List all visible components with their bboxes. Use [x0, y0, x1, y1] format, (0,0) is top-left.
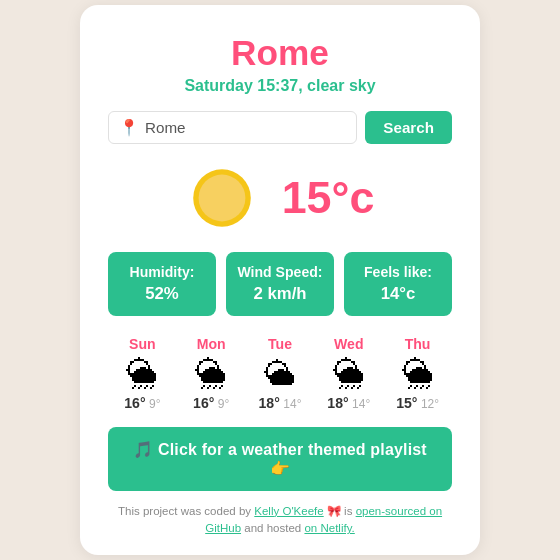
- search-input[interactable]: [145, 119, 346, 136]
- forecast-low: 14°: [283, 397, 301, 411]
- footer-text1: This project was coded by: [118, 505, 254, 517]
- forecast-low: 12°: [421, 397, 439, 411]
- search-input-wrapper: 📍: [108, 111, 357, 144]
- stat-wind: Wind Speed: 2 km/h: [226, 252, 334, 316]
- forecast-weather-icon: 🌦: [108, 356, 177, 393]
- forecast-day: Sun 🌦 16° 9°: [108, 336, 177, 411]
- city-title: Rome: [108, 33, 452, 73]
- forecast-day-name: Sun: [108, 336, 177, 352]
- forecast-day: Mon 🌦 16° 9°: [177, 336, 246, 411]
- weather-card: Rome Saturday 15:37, clear sky 📍 Search …: [80, 5, 480, 556]
- weather-subtitle: Saturday 15:37, clear sky: [108, 77, 452, 95]
- forecast-temps: 18° 14°: [314, 395, 383, 411]
- stat-humidity: Humidity: 52%: [108, 252, 216, 316]
- forecast-low: 14°: [352, 397, 370, 411]
- sun-icon: [186, 162, 258, 234]
- forecast-weather-icon: 🌥: [246, 356, 315, 393]
- forecast-temps: 16° 9°: [108, 395, 177, 411]
- footer-text3: and hosted: [241, 522, 304, 534]
- weather-main: 15°c: [108, 162, 452, 234]
- forecast-temps: 16° 9°: [177, 395, 246, 411]
- svg-point-1: [198, 174, 245, 221]
- footer-author-link[interactable]: Kelly O'Keefe: [254, 505, 323, 517]
- stats-row: Humidity: 52% Wind Speed: 2 km/h Feels l…: [108, 252, 452, 316]
- forecast-day-name: Mon: [177, 336, 246, 352]
- footer: This project was coded by Kelly O'Keefe …: [108, 503, 452, 538]
- humidity-value: 52%: [114, 284, 210, 304]
- search-button[interactable]: Search: [365, 111, 452, 144]
- forecast-high: 18°: [327, 395, 348, 411]
- forecast-weather-icon: 🌦: [177, 356, 246, 393]
- forecast-low: 9°: [149, 397, 160, 411]
- forecast-temps: 15° 12°: [383, 395, 452, 411]
- feels-value: 14°c: [350, 284, 446, 304]
- forecast-weather-icon: 🌦: [314, 356, 383, 393]
- forecast-low: 9°: [218, 397, 229, 411]
- stat-feels: Feels like: 14°c: [344, 252, 452, 316]
- forecast-high: 16°: [193, 395, 214, 411]
- forecast-day: Wed 🌦 18° 14°: [314, 336, 383, 411]
- footer-text2: 🎀 is: [324, 505, 356, 517]
- playlist-button[interactable]: 🎵 Click for a weather themed playlist 👉: [108, 427, 452, 491]
- feels-label: Feels like:: [350, 264, 446, 280]
- forecast-temps: 18° 14°: [246, 395, 315, 411]
- forecast-day: Thu 🌦 15° 12°: [383, 336, 452, 411]
- wind-value: 2 km/h: [232, 284, 328, 304]
- pin-icon: 📍: [119, 118, 139, 137]
- forecast-weather-icon: 🌦: [383, 356, 452, 393]
- footer-hosted-link[interactable]: on Netlify.: [304, 522, 354, 534]
- forecast-day: Tue 🌥 18° 14°: [246, 336, 315, 411]
- forecast-high: 16°: [124, 395, 145, 411]
- forecast-day-name: Tue: [246, 336, 315, 352]
- humidity-label: Humidity:: [114, 264, 210, 280]
- search-row: 📍 Search: [108, 111, 452, 144]
- forecast-day-name: Thu: [383, 336, 452, 352]
- wind-label: Wind Speed:: [232, 264, 328, 280]
- forecast-day-name: Wed: [314, 336, 383, 352]
- forecast-row: Sun 🌦 16° 9° Mon 🌦 16° 9° Tue 🌥 18° 14° …: [108, 336, 452, 411]
- temperature: 15°c: [282, 172, 375, 223]
- forecast-high: 15°: [396, 395, 417, 411]
- forecast-high: 18°: [259, 395, 280, 411]
